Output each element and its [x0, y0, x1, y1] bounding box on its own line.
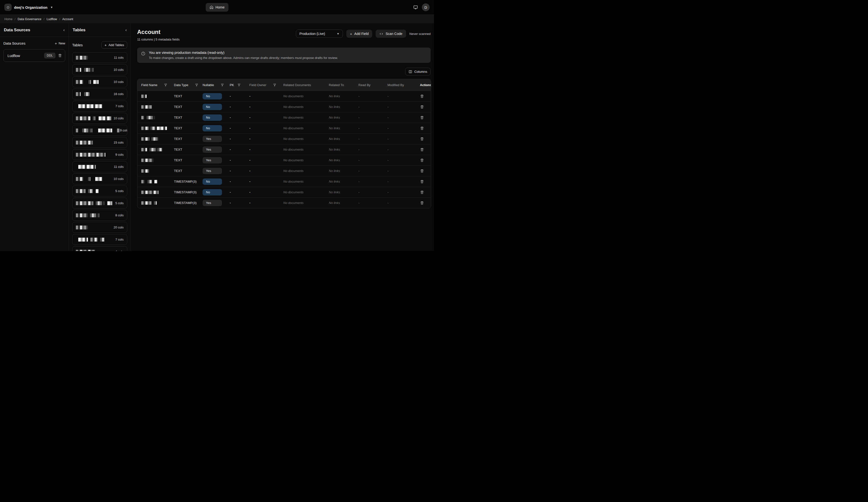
chevron-down-icon: ▼ [337, 32, 339, 35]
column-header: Nullable [203, 83, 230, 87]
display-icon[interactable] [413, 5, 418, 10]
table-list-item[interactable]: 15 cols [72, 137, 127, 148]
table-row[interactable]: TEXT Yes - - No documents No links - - [137, 155, 431, 165]
delete-field-icon[interactable] [420, 201, 424, 205]
delete-field-icon[interactable] [420, 180, 424, 184]
related-documents-cell: No documents [283, 116, 329, 119]
delete-field-icon[interactable] [420, 126, 424, 130]
filter-icon[interactable] [164, 83, 167, 87]
table-list-item[interactable]: 16 cols [72, 89, 127, 99]
user-avatar[interactable]: D [422, 3, 430, 11]
field-name-redacted [141, 137, 174, 141]
scan-code-button[interactable]: Scan Code [375, 30, 406, 38]
pk-cell: - [230, 116, 249, 119]
delete-field-icon[interactable] [420, 190, 424, 194]
delete-field-icon[interactable] [420, 169, 424, 173]
table-list-item[interactable]: 9 cols [72, 125, 127, 136]
collapse-panel-icon[interactable]: ‹ [63, 28, 65, 32]
top-right-controls: D [413, 3, 430, 11]
data-source-name: Ludflow [8, 53, 20, 58]
table-row[interactable]: TEXT No - - No documents No links - - [137, 123, 431, 133]
delete-field-icon[interactable] [420, 158, 424, 162]
home-icon [209, 5, 213, 9]
column-header: Related Documents [283, 83, 329, 87]
delete-field-icon[interactable] [420, 137, 424, 141]
delete-field-icon[interactable] [420, 105, 424, 109]
table-row[interactable]: TEXT Yes - - No documents No links - - [137, 144, 431, 155]
table-col-count: 20 cols [114, 225, 124, 229]
table-list-item[interactable]: 5 cols [72, 185, 127, 197]
columns-icon [409, 70, 412, 73]
data-type-cell: TIMESTAMP(3) [174, 180, 203, 183]
table-row[interactable]: TIMESTAMP(3) No - - No documents No link… [137, 187, 431, 198]
scan-code-label: Scan Code [385, 32, 402, 36]
table-col-count: 7 cols [115, 238, 124, 241]
breadcrumb-account[interactable]: Account [62, 18, 73, 21]
data-type-cell: TIMESTAMP(3) [174, 190, 203, 194]
related-to-cell: No links [329, 180, 359, 183]
environment-dropdown-value: Production (Live) [300, 32, 325, 36]
table-row[interactable]: TIMESTAMP(3) No - - No documents No link… [137, 176, 431, 187]
breadcrumb-ludflow[interactable]: Ludflow [46, 18, 57, 21]
table-name-redacted [76, 129, 120, 132]
table-row[interactable]: TEXT No - - No documents No links - - [137, 101, 431, 112]
table-list-item[interactable]: 8 cols [72, 210, 127, 221]
columns-button[interactable]: Columns [405, 68, 431, 76]
table-list-item[interactable]: 20 cols [72, 222, 127, 233]
table-row[interactable]: TEXT No - - No documents No links - - [137, 112, 431, 123]
table-col-count: 7 cols [115, 104, 124, 108]
filter-icon[interactable] [221, 83, 224, 87]
read-by-cell: - [359, 169, 388, 173]
table-row[interactable]: TEXT No - - No documents No links - - [137, 91, 431, 101]
table-col-count: 9 cols [120, 129, 127, 132]
table-list-item[interactable]: 4 cols [72, 246, 127, 251]
table-name-redacted [76, 56, 88, 60]
table-list-item[interactable]: 11 cols [72, 52, 127, 63]
chevron-down-icon: ▼ [50, 6, 53, 9]
new-data-source-button[interactable]: + New [55, 41, 65, 46]
breadcrumb-data-governance[interactable]: Data Governance [18, 18, 41, 21]
delete-field-icon[interactable] [420, 94, 424, 99]
data-source-item-ludflow[interactable]: Ludflow DDL [3, 49, 65, 62]
delete-field-icon[interactable] [420, 148, 424, 152]
org-switcher[interactable]: O deej's Organization ▼ [4, 4, 53, 11]
table-list-item[interactable]: 10 cols [72, 77, 127, 87]
table-list-item[interactable]: 7 cols [72, 101, 127, 112]
read-by-cell: - [359, 105, 388, 109]
delete-data-source-icon[interactable] [58, 53, 62, 58]
table-list-item[interactable]: 5 cols [72, 198, 127, 209]
modified-by-cell: - [388, 105, 420, 109]
table-row[interactable]: TEXT Yes - - No documents No links - - [137, 165, 431, 176]
modified-by-cell: - [388, 148, 420, 151]
table-col-count: 11 cols [114, 56, 124, 59]
data-type-cell: TEXT [174, 116, 203, 119]
modified-by-cell: - [388, 116, 420, 119]
collapse-panel-icon[interactable]: ‹ [125, 28, 127, 32]
table-row[interactable]: TEXT Yes - - No documents No links - - [137, 133, 431, 144]
table-col-count: 8 cols [115, 213, 124, 217]
delete-field-icon[interactable] [420, 116, 424, 120]
home-button[interactable]: Home [206, 3, 228, 12]
filter-icon[interactable] [237, 83, 241, 87]
table-row[interactable]: TIMESTAMP(3) Yes - - No documents No lin… [137, 198, 431, 208]
breadcrumb-home[interactable]: Home [4, 18, 12, 21]
table-col-count: 11 cols [114, 165, 124, 169]
add-tables-button[interactable]: + Add Tables [101, 41, 127, 49]
filter-icon[interactable] [273, 83, 276, 87]
column-header: Data Type [174, 83, 203, 87]
tables-panel: Tables ‹ Tables + Add Tables 11 cols 10 … [69, 23, 131, 251]
tables-list: 11 cols 10 cols 10 cols 16 cols 7 cols 1… [72, 52, 127, 251]
filter-icon[interactable] [195, 83, 198, 87]
table-list-item[interactable]: 10 cols [72, 173, 127, 184]
table-list-item[interactable]: 9 cols [72, 149, 127, 160]
environment-dropdown[interactable]: Production (Live) ▼ [296, 30, 343, 38]
table-list-item[interactable]: 10 cols [72, 64, 127, 75]
table-list-item[interactable]: 11 cols [72, 161, 127, 172]
add-field-button[interactable]: + Add Field [346, 30, 372, 38]
table-col-count: 5 cols [115, 201, 124, 205]
pk-cell: - [230, 126, 249, 130]
table-list-item[interactable]: 10 cols [72, 113, 127, 124]
related-documents-cell: No documents [283, 94, 329, 98]
table-list-item[interactable]: 7 cols [72, 234, 127, 245]
data-type-cell: TIMESTAMP(3) [174, 201, 203, 205]
